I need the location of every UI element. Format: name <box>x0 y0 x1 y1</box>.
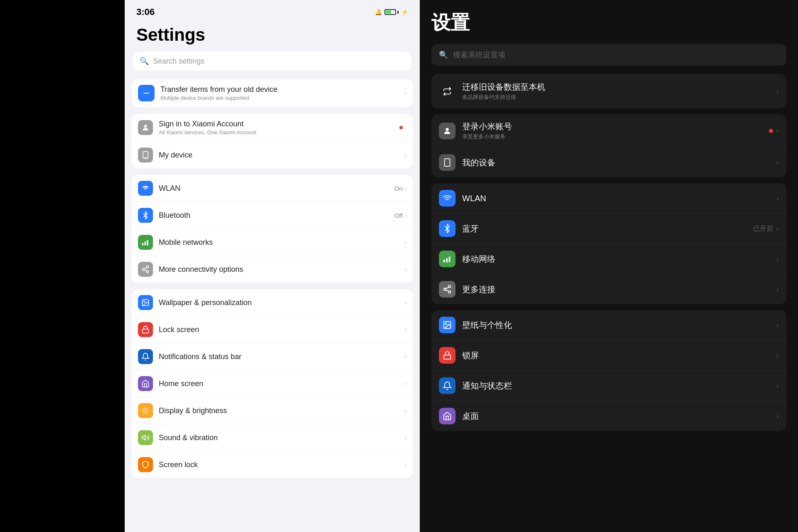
search-bar[interactable]: 🔍 Search settings <box>133 52 411 71</box>
bluetooth-status: Off <box>394 212 403 219</box>
right-home-screen-item[interactable]: 桌面 › <box>431 401 786 431</box>
bluetooth-title: Bluetooth <box>159 211 394 220</box>
wallpaper-icon <box>138 295 153 310</box>
right-transfer-subtitle: 各品牌设备均支持迁移 <box>462 94 776 101</box>
mobile-networks-item[interactable]: Mobile networks › <box>131 229 413 256</box>
wallpaper-text: Wallpaper & personalization <box>159 298 404 307</box>
right-mobile-networks-item[interactable]: 移动网络 › <box>431 244 786 274</box>
svg-line-33 <box>446 290 448 291</box>
svg-line-17 <box>143 408 143 409</box>
account-icon <box>138 120 153 135</box>
svg-rect-2 <box>145 157 147 158</box>
right-my-device-icon <box>439 154 456 171</box>
home-screen-icon <box>138 376 153 391</box>
wlan-item[interactable]: WLAN On › <box>131 175 413 202</box>
my-device-item[interactable]: My device › <box>131 142 413 168</box>
right-lock-screen-item[interactable]: 锁屏 › <box>431 340 786 371</box>
right-wlan-item[interactable]: WLAN › <box>431 183 786 214</box>
lock-screen-icon <box>138 322 153 337</box>
right-search-bar[interactable]: 🔍 搜索系统设置项 <box>431 44 786 66</box>
svg-point-14 <box>144 409 147 412</box>
wallpaper-item[interactable]: Wallpaper & personalization › <box>131 289 413 316</box>
right-search-placeholder: 搜索系统设置项 <box>453 50 505 60</box>
display-text: Display & brightness <box>159 406 404 415</box>
svg-rect-13 <box>143 329 149 333</box>
svg-marker-23 <box>142 435 145 440</box>
right-more-connectivity-icon <box>439 281 456 298</box>
display-item[interactable]: Display & brightness › <box>131 397 413 424</box>
svg-point-0 <box>144 125 147 128</box>
display-icon <box>138 403 153 418</box>
my-device-title: My device <box>159 151 404 160</box>
lock-screen-item[interactable]: Lock screen › <box>131 316 413 343</box>
svg-rect-28 <box>446 258 448 262</box>
right-wlan-title: WLAN <box>462 194 776 203</box>
right-bluetooth-item[interactable]: 蓝牙 已开启 › <box>431 214 786 244</box>
left-black-area <box>0 0 125 532</box>
right-wallpaper-title: 壁纸与个性化 <box>462 320 776 331</box>
notifications-chevron: › <box>404 353 406 360</box>
right-transfer-chevron: › <box>776 87 779 96</box>
xiaomi-account-item[interactable]: Sign in to Xiaomi Account All Xiaomi ser… <box>131 114 413 142</box>
settings-content: Transfer items from your old device Mult… <box>125 79 420 532</box>
svg-line-9 <box>144 270 147 271</box>
wlan-chevron: › <box>404 185 406 192</box>
display-title: Display & brightness <box>159 406 404 415</box>
battery-body <box>384 9 396 15</box>
screen-lock-text: Screen lock <box>159 461 404 469</box>
right-transfer-card[interactable]: 迁移旧设备数据至本机 各品牌设备均支持迁移 › <box>431 74 786 108</box>
right-bluetooth-chevron: › <box>776 224 779 233</box>
right-transfer-title: 迁移旧设备数据至本机 <box>462 81 776 93</box>
right-notifications-item[interactable]: 通知与状态栏 › <box>431 371 786 401</box>
right-transfer-icon <box>439 83 456 100</box>
right-more-connectivity-item[interactable]: 更多连接 › <box>431 274 786 304</box>
bluetooth-chevron: › <box>404 212 406 219</box>
svg-point-7 <box>143 268 145 271</box>
right-account-title: 登录小米账号 <box>462 121 769 132</box>
transfer-subtitle: Multiple device brands are supported <box>160 95 404 101</box>
wlan-title: WLAN <box>159 184 394 193</box>
display-chevron: › <box>404 407 406 414</box>
svg-line-10 <box>144 267 147 268</box>
right-wallpaper-item[interactable]: 壁纸与个性化 › <box>431 310 786 340</box>
svg-point-32 <box>448 291 451 293</box>
notifications-item[interactable]: Notifications & status bar › <box>131 343 413 370</box>
right-my-device-item[interactable]: 我的设备 › <box>431 148 786 177</box>
screen-lock-chevron: › <box>404 461 406 468</box>
right-search-icon: 🔍 <box>439 50 448 59</box>
right-panel: 设置 🔍 搜索系统设置项 迁移旧设备数据至本机 各品牌设备均支持迁移 › 登录小… <box>420 0 798 532</box>
right-account-icon <box>439 123 456 139</box>
svg-point-24 <box>446 128 448 131</box>
svg-point-31 <box>444 288 446 291</box>
right-wlan-chevron: › <box>776 194 779 203</box>
right-lock-screen-title: 锁屏 <box>462 350 776 361</box>
bluetooth-right: Off › <box>394 212 406 219</box>
mobile-networks-text: Mobile networks <box>159 238 404 247</box>
screen-lock-item[interactable]: Screen lock › <box>131 451 413 478</box>
right-account-dot <box>769 129 773 133</box>
more-connectivity-icon <box>138 262 153 277</box>
sound-item[interactable]: Sound & vibration › <box>131 424 413 451</box>
wallpaper-title: Wallpaper & personalization <box>159 298 404 307</box>
account-card-group: Sign in to Xiaomi Account All Xiaomi ser… <box>131 114 413 168</box>
svg-rect-4 <box>145 241 146 245</box>
bluetooth-item[interactable]: Bluetooth Off › <box>131 202 413 229</box>
right-account-chevron: › <box>776 126 779 135</box>
mobile-networks-title: Mobile networks <box>159 238 404 247</box>
right-wallpaper-icon <box>439 317 456 333</box>
mobile-networks-chevron: › <box>404 239 406 246</box>
battery-icon <box>384 9 399 15</box>
notifications-text: Notifications & status bar <box>159 352 404 361</box>
transfer-card[interactable]: Transfer items from your old device Mult… <box>131 79 413 107</box>
right-personalization-card-group: 壁纸与个性化 › 锁屏 › 通知与状态栏 › <box>431 310 786 431</box>
right-xiaomi-account-item[interactable]: 登录小米账号 享受更多小米服务 › <box>431 114 786 148</box>
battery-fill <box>386 10 391 14</box>
svg-rect-5 <box>147 240 148 246</box>
right-more-connectivity-title: 更多连接 <box>462 284 776 295</box>
more-connectivity-item[interactable]: More connectivity options › <box>131 256 413 283</box>
right-lock-screen-text: 锁屏 <box>462 350 776 361</box>
account-right: › <box>399 124 406 131</box>
home-screen-item[interactable]: Home screen › <box>131 370 413 397</box>
right-notifications-chevron: › <box>776 382 779 390</box>
more-connectivity-chevron: › <box>404 266 406 273</box>
